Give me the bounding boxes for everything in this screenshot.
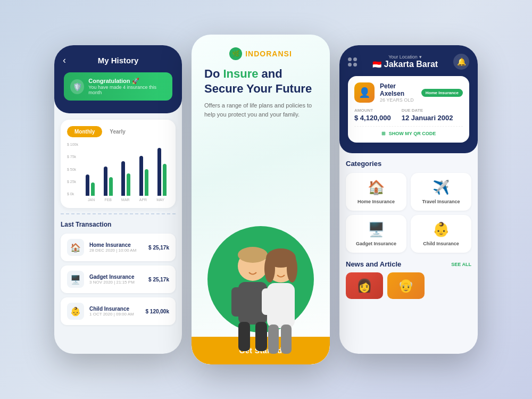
tagline-main: Do Insure andSecure Your Future (204, 66, 317, 96)
y-label-2: $ 25k (67, 180, 78, 184)
news-image-1: 👩 (346, 272, 383, 299)
x-mar: MAR (121, 198, 130, 202)
onboard-tagline: Do Insure andSecure Your Future Offers a… (192, 66, 330, 125)
bar-apr-blue (139, 156, 143, 196)
transaction-home[interactable]: 🏠 Home Insurance 28 DEC 2020 | 10:00 AM … (61, 234, 176, 261)
child-insurance-icon: 👶 (67, 303, 84, 320)
gadget-insurance-name: Gadget Insurance (89, 274, 143, 280)
news-thumb-2[interactable]: 👴 (387, 272, 425, 299)
svg-rect-4 (238, 322, 250, 351)
dot-3 (348, 63, 352, 66)
tab-row: Monthly Yearly (67, 126, 169, 137)
chart-area: $ 100k $ 75k $ 50k $ 25k $ 0k (67, 143, 169, 196)
tab-monthly[interactable]: Monthly (67, 126, 102, 137)
due-date-value: 12 Januari 2002 (402, 114, 453, 122)
y-label-4: $ 75k (67, 155, 78, 159)
chart-x-labels: JAN FEB MAR APR MAY (67, 198, 169, 202)
home-insurance-date: 28 DEC 2020 | 10:00 AM (89, 248, 143, 253)
category-home[interactable]: 🏠 Home Insurance (346, 173, 406, 211)
congrats-title: Congratulation 🚀 (88, 78, 166, 85)
tagline-sub: Offers a range of life plans and policie… (204, 101, 317, 119)
history-title: My History (64, 56, 172, 65)
news-row: 👩 👴 (346, 272, 471, 299)
tagline-highlight: Insure (223, 67, 258, 80)
category-gadget[interactable]: 🖥️ Gadget Insurance (346, 215, 406, 253)
user-avatar: 👤 (354, 82, 375, 103)
insurance-badge: Home Insurance (421, 89, 463, 97)
home-insurance-info: Home Insurance 28 DEC 2020 | 10:00 AM (89, 242, 143, 253)
due-date-block: DUE DATE 12 Januari 2002 (402, 108, 453, 122)
gadget-insurance-icon: 🖥️ (67, 271, 84, 288)
gadget-insurance-date: 3 NOV 2020 | 21:15 PM (89, 280, 143, 285)
bar-jan (86, 174, 95, 196)
news-thumb-1[interactable]: 👩 (346, 272, 383, 299)
dot-4 (353, 63, 357, 66)
home-insurance-name: Home Insurance (89, 242, 143, 248)
y-label-5: $ 100k (67, 143, 78, 146)
bar-mar (121, 161, 130, 196)
category-travel[interactable]: ✈️ Travel Insurance (411, 173, 471, 211)
transaction-gadget[interactable]: 🖥️ Gadget Insurance 3 NOV 2020 | 21:15 P… (61, 265, 176, 293)
congrats-text: Congratulation 🚀 You have made 4 insuran… (88, 78, 166, 95)
bell-icon: 🔔 (457, 57, 466, 66)
bar-apr (139, 156, 148, 196)
svg-rect-10 (284, 288, 294, 315)
qr-label: SHOW MY QR CODE (389, 131, 436, 136)
policy-amounts: AMOUNT $ 4,120,000 DUE DATE 12 Januari 2… (354, 108, 463, 122)
due-date-label: DUE DATE (402, 108, 453, 113)
travel-category-icon: ✈️ (433, 179, 450, 196)
amount-block: AMOUNT $ 4,120,000 (354, 108, 391, 122)
child-insurance-info: Child Insurance 1 OCT 2020 | 09:00 AM (89, 306, 140, 317)
home-insurance-amount: $ 25,17k (148, 245, 169, 251)
back-button[interactable]: ‹ (63, 55, 66, 66)
category-child[interactable]: 👶 Child Insurance (411, 215, 471, 253)
news-header: News and Article SEE ALL (346, 260, 471, 268)
bar-mar-blue (121, 161, 125, 196)
bar-feb-green (109, 177, 113, 196)
categories-title: Categories (346, 160, 471, 168)
phone-dashboard: Your Location ▾ 🇮🇩 Jakarta Barat 🔔 👤 (339, 45, 478, 354)
tab-yearly[interactable]: Yearly (102, 126, 132, 137)
bar-feb (104, 167, 113, 196)
logo-icon: 🌿 (229, 47, 242, 60)
menu-dots[interactable] (348, 57, 357, 66)
chart-bars (67, 143, 169, 196)
news-title: News and Article (346, 260, 401, 268)
amount-value: $ 4,120,000 (354, 114, 391, 122)
onboard-image-area: Get Started (192, 125, 330, 364)
gadget-insurance-info: Gadget Insurance 3 NOV 2020 | 21:15 PM (89, 274, 143, 285)
home-insurance-icon: 🏠 (67, 239, 84, 256)
child-category-icon: 👶 (433, 221, 450, 238)
notification-bell[interactable]: 🔔 (453, 54, 469, 70)
user-age: 26 YEARS OLD (380, 97, 416, 103)
bar-apr-green (145, 169, 148, 196)
svg-rect-2 (231, 287, 242, 317)
see-all-button[interactable]: SEE ALL (451, 262, 471, 267)
categories-grid: 🏠 Home Insurance ✈️ Travel Insurance 🖥️ … (346, 173, 471, 253)
policy-card[interactable]: 👤 Peter Axelsen 26 YEARS OLD Home Insura… (348, 76, 469, 143)
transactions-title: Last Transaction (61, 221, 176, 228)
bar-jan-green (91, 182, 95, 196)
shield-icon: 🛡️ (70, 79, 84, 94)
amount-label: AMOUNT (354, 108, 391, 113)
gadget-insurance-amount: $ 25,17k (148, 277, 169, 282)
your-location-label: Your Location ▾ (372, 54, 438, 60)
couple-svg (202, 237, 319, 364)
x-jan: JAN (88, 198, 95, 202)
child-insurance-amount: $ 120,00k (146, 309, 170, 314)
transactions-section: Last Transaction 🏠 Home Insurance 28 DEC… (54, 214, 182, 354)
bar-may (157, 148, 167, 196)
transaction-child[interactable]: 👶 Child Insurance 1 OCT 2020 | 09:00 AM … (61, 297, 176, 325)
bar-may-blue (157, 148, 161, 196)
news-image-2: 👴 (387, 272, 425, 299)
bar-mar-green (127, 173, 130, 196)
svg-rect-11 (268, 325, 279, 354)
location-info: Your Location ▾ 🇮🇩 Jakarta Barat (372, 54, 438, 69)
chart-section: Monthly Yearly $ 100k $ 75k $ 50k $ 25k … (61, 120, 176, 208)
svg-rect-9 (262, 288, 271, 315)
congrats-banner: 🛡️ Congratulation 🚀 You have made 4 insu… (64, 72, 172, 101)
city-name: 🇮🇩 Jakarta Barat (372, 60, 438, 69)
svg-rect-12 (281, 325, 292, 354)
qr-row[interactable]: ⊞ SHOW MY QR CODE (354, 126, 463, 136)
qr-icon: ⊞ (381, 131, 386, 136)
